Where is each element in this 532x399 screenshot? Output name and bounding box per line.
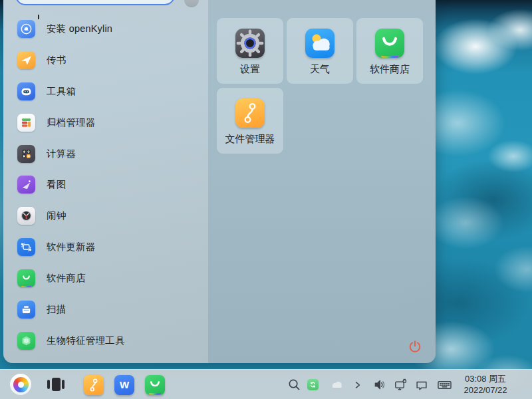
scanner-icon: [17, 301, 35, 319]
app-item-chuanshu[interactable]: 传书: [3, 45, 208, 76]
app-item-label: 闹钟: [47, 209, 66, 222]
app-store-icon: [146, 376, 164, 394]
app-item-label: 安装 openKylin: [47, 23, 112, 35]
messenger-icon: [17, 51, 35, 69]
app-item-label: 软件更新器: [47, 241, 96, 253]
weather-icon: [305, 29, 334, 58]
software-update-icon: [309, 380, 317, 389]
taskbar-app-store-button[interactable]: [145, 375, 165, 395]
tile-grid: 设置 天气 软件商店 文件管理器: [217, 18, 423, 154]
tile-label: 设置: [240, 63, 260, 76]
taskbar-search-button[interactable]: [287, 370, 301, 399]
app-item-toolbox[interactable]: 工具箱: [3, 76, 208, 107]
power-icon: [407, 338, 423, 354]
archive-manager-icon: [17, 114, 35, 132]
app-item-calculator[interactable]: 计算器: [3, 138, 208, 170]
start-menu-panel: 安装 openKylin 传书 工具箱 归档管理器: [3, 0, 436, 363]
app-item-image-viewer[interactable]: 看图: [3, 169, 208, 200]
tray-display-button[interactable]: [392, 370, 408, 399]
input-method-icon: [436, 378, 453, 392]
app-item-alarm-clock[interactable]: 闹钟: [3, 200, 208, 231]
tray-software-update-button[interactable]: [307, 379, 319, 390]
app-item-label: 生物特征管理工具: [47, 334, 125, 347]
tray-expand-button[interactable]: [352, 370, 363, 399]
app-item-label: 看图: [47, 178, 66, 191]
app-item-biometric-tool[interactable]: 生物特征管理工具: [3, 325, 208, 356]
taskbar-file-manager-button[interactable]: [84, 375, 104, 395]
display-device-icon: [393, 377, 408, 392]
tile-label: 文件管理器: [225, 133, 275, 146]
wps-office-icon: W: [120, 379, 129, 390]
taskbar-clock[interactable]: 03:08 周五 2022/07/22: [454, 374, 517, 396]
search-icon: [287, 378, 301, 392]
settings-icon: [235, 29, 265, 58]
tile-app-store[interactable]: 软件商店: [356, 18, 423, 84]
tile-label: 软件商店: [370, 63, 410, 76]
volume-icon: [372, 377, 387, 392]
tray-weather-button[interactable]: [329, 370, 344, 399]
search-input[interactable]: [17, 0, 174, 4]
messages-icon: [414, 378, 429, 392]
app-item-label: 工具箱: [47, 85, 76, 98]
tray-input-method-button[interactable]: [436, 370, 453, 399]
start-menu-tiles-panel: 设置 天气 软件商店 文件管理器: [208, 0, 436, 363]
search-box[interactable]: [15, 0, 175, 5]
file-manager-icon: [84, 376, 103, 394]
app-item-label: 归档管理器: [47, 116, 96, 129]
app-item-label: 计算器: [47, 148, 76, 160]
image-viewer-icon: [17, 176, 35, 194]
start-button[interactable]: [10, 374, 31, 395]
tile-label: 天气: [310, 63, 330, 76]
start-menu-app-list-panel: 安装 openKylin 传书 工具箱 归档管理器: [3, 0, 208, 363]
app-item-install-openkylin[interactable]: 安装 openKylin: [3, 13, 208, 45]
power-button[interactable]: [406, 338, 424, 355]
clock-time: 03:08 周五: [454, 374, 517, 385]
app-item-software-updater[interactable]: 软件更新器: [3, 231, 208, 263]
app-store-icon: [17, 269, 35, 287]
app-list: 安装 openKylin 传书 工具箱 归档管理器: [3, 13, 208, 356]
toolbox-icon: [17, 82, 35, 100]
file-manager-icon: [235, 98, 265, 128]
app-item-label: 传书: [47, 54, 66, 66]
calculator-icon: [17, 145, 35, 163]
tile-weather[interactable]: 天气: [287, 18, 353, 84]
taskbar: W 03:08 周五 2022/07/22: [0, 369, 532, 399]
tile-file-manager[interactable]: 文件管理器: [217, 88, 283, 154]
app-item-app-store[interactable]: 软件商店: [3, 263, 208, 294]
biometric-tool-icon: [17, 332, 35, 350]
expand-menu-button[interactable]: [184, 0, 199, 7]
app-store-icon: [375, 29, 404, 58]
tray-messages-button[interactable]: [414, 370, 430, 399]
clock-date: 2022/07/22: [454, 385, 517, 396]
taskbar-wps-button[interactable]: W: [114, 375, 134, 395]
multitask-view-button[interactable]: [47, 376, 65, 393]
app-item-label: 软件商店: [47, 272, 86, 285]
openkylin-installer-icon: [17, 20, 35, 38]
software-updater-icon: [17, 238, 35, 256]
weather-cloud-icon: [329, 377, 344, 393]
app-item-label: 扫描: [47, 303, 66, 316]
alarm-clock-icon: [17, 207, 35, 225]
tray-volume-button[interactable]: [371, 370, 387, 399]
tile-settings[interactable]: 设置: [217, 18, 283, 84]
app-item-archive-manager[interactable]: 归档管理器: [3, 107, 208, 138]
app-item-scanner[interactable]: 扫描: [3, 294, 208, 325]
expand-chevron-icon: [353, 379, 362, 391]
